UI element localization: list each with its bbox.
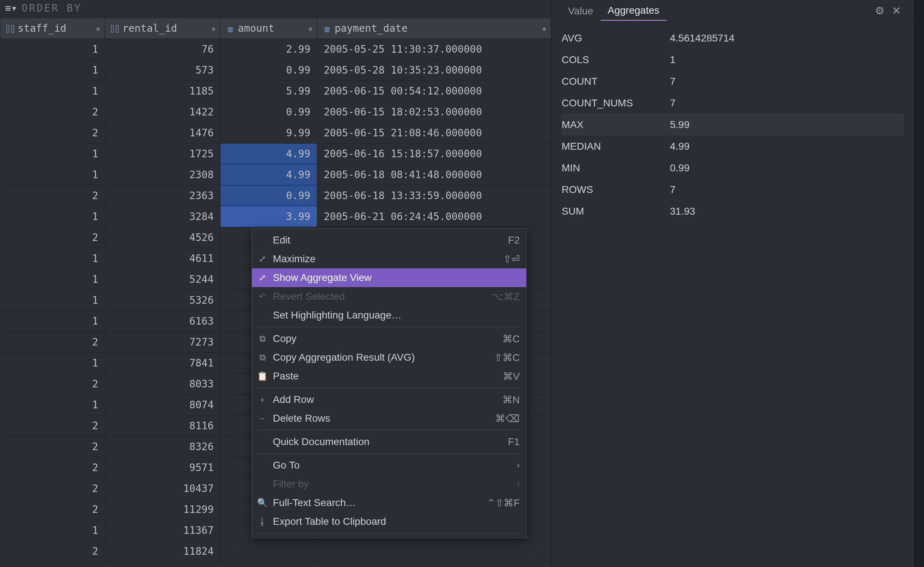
table-row[interactable]: 214769.992005-06-15 21:08:46.000000 — [0, 123, 551, 144]
aggregate-row-max[interactable]: MAX5.99 — [562, 114, 904, 136]
cell-amount[interactable]: 0.99 — [221, 102, 317, 123]
cell-amount[interactable]: 5.99 — [221, 81, 317, 102]
cell-rental_id[interactable]: 1185 — [105, 81, 221, 102]
cell-rental_id[interactable]: 1422 — [105, 102, 221, 123]
menu-maximize[interactable]: ⤢ Maximize ⇧⏎ — [252, 250, 526, 268]
table-row[interactable]: 214220.992005-06-15 18:02:53.000000 — [0, 102, 551, 123]
sort-indicator-icon[interactable]: ◆ — [308, 24, 313, 33]
aggregate-row-count_nums[interactable]: COUNT_NUMS7 — [562, 92, 904, 114]
cell-amount[interactable] — [221, 541, 317, 562]
menu-go-to[interactable]: Go To › — [252, 456, 526, 475]
cell-staff_id[interactable]: 2 — [0, 332, 105, 353]
cell-rental_id[interactable]: 2363 — [105, 185, 221, 206]
menu-full-text-search[interactable]: 🔍 Full-Text Search… ⌃⇧⌘F — [252, 494, 526, 512]
cell-rental_id[interactable]: 5326 — [105, 290, 221, 311]
cell-staff_id[interactable]: 2 — [0, 541, 105, 562]
cell-amount[interactable]: 0.99 — [221, 60, 317, 81]
cell-staff_id[interactable]: 2 — [0, 227, 105, 248]
cell-rental_id[interactable]: 11824 — [105, 541, 221, 562]
table-row[interactable]: 117254.992005-06-16 15:18:57.000000 — [0, 144, 551, 165]
aggregate-row-min[interactable]: MIN0.99 — [562, 157, 904, 179]
cell-staff_id[interactable]: 1 — [0, 144, 105, 165]
menu-paste[interactable]: 📋 Paste ⌘V — [252, 367, 526, 386]
table-row[interactable]: 15730.992005-05-28 10:35:23.000000 — [0, 60, 551, 81]
cell-payment_date[interactable]: 2005-06-15 00:54:12.000000 — [317, 81, 551, 102]
menu-delete-rows[interactable]: － Delete Rows ⌘⌫ — [252, 409, 526, 428]
cell-amount[interactable]: 4.99 — [221, 144, 317, 165]
sort-indicator-icon[interactable]: ◆ — [542, 24, 547, 33]
menu-export-table[interactable]: ⭳ Export Table to Clipboard — [252, 512, 526, 531]
cell-payment_date[interactable]: 2005-06-21 06:24:45.000000 — [317, 206, 551, 227]
cell-rental_id[interactable]: 4611 — [105, 248, 221, 269]
cell-rental_id[interactable]: 76 — [105, 39, 221, 60]
cell-staff_id[interactable]: 1 — [0, 60, 105, 81]
cell-staff_id[interactable]: 1 — [0, 248, 105, 269]
cell-staff_id[interactable]: 2 — [0, 123, 105, 144]
cell-staff_id[interactable]: 2 — [0, 374, 105, 394]
cell-amount[interactable]: 4.99 — [221, 165, 317, 185]
cell-staff_id[interactable]: 2 — [0, 185, 105, 206]
cell-payment_date[interactable]: 2005-05-25 11:30:37.000000 — [317, 39, 551, 60]
cell-staff_id[interactable]: 1 — [0, 165, 105, 185]
table-row[interactable]: 223630.992005-06-18 13:33:59.000000 — [0, 185, 551, 206]
column-header-rental_id[interactable]: ⌷⌷rental_id◆ — [105, 18, 221, 39]
table-row[interactable]: 132843.992005-06-21 06:24:45.000000 — [0, 206, 551, 227]
cell-staff_id[interactable]: 2 — [0, 499, 105, 520]
gear-icon[interactable]: ⚙ — [871, 4, 888, 17]
cell-rental_id[interactable]: 573 — [105, 60, 221, 81]
cell-rental_id[interactable]: 6163 — [105, 311, 221, 332]
cell-amount[interactable]: 2.99 — [221, 39, 317, 60]
cell-staff_id[interactable]: 2 — [0, 102, 105, 123]
cell-amount[interactable]: 9.99 — [221, 123, 317, 144]
aggregate-row-avg[interactable]: AVG4.5614285714 — [562, 27, 904, 49]
tab-value[interactable]: Value — [561, 1, 601, 21]
cell-payment_date[interactable] — [317, 541, 551, 562]
table-row[interactable]: 111855.992005-06-15 00:54:12.000000 — [0, 81, 551, 102]
table-row[interactable]: 211824 — [0, 541, 551, 562]
aggregate-row-count[interactable]: COUNT7 — [562, 71, 904, 92]
cell-rental_id[interactable]: 1476 — [105, 123, 221, 144]
menu-copy-aggregation[interactable]: ⧉ Copy Aggregation Result (AVG) ⇧⌘C — [252, 348, 526, 367]
menu-quick-documentation[interactable]: Quick Documentation F1 — [252, 432, 526, 451]
tab-aggregates[interactable]: Aggregates — [601, 0, 667, 21]
cell-rental_id[interactable]: 7841 — [105, 353, 221, 374]
cell-rental_id[interactable]: 9571 — [105, 458, 221, 478]
cell-rental_id[interactable]: 5244 — [105, 269, 221, 290]
cell-staff_id[interactable]: 1 — [0, 394, 105, 416]
cell-rental_id[interactable]: 3284 — [105, 206, 221, 227]
menu-show-aggregate-view[interactable]: ⤢ Show Aggregate View — [252, 268, 526, 287]
sort-indicator-icon[interactable]: ◆ — [212, 24, 216, 33]
cell-staff_id[interactable]: 1 — [0, 269, 105, 290]
sort-indicator-icon[interactable]: ◆ — [96, 24, 100, 33]
column-header-staff_id[interactable]: ⌷⌷staff_id◆ — [0, 18, 105, 39]
cell-rental_id[interactable]: 8326 — [105, 436, 221, 458]
cell-staff_id[interactable]: 1 — [0, 81, 105, 102]
cell-staff_id[interactable]: 2 — [0, 478, 105, 499]
column-header-amount[interactable]: ▥amount◆ — [221, 18, 317, 39]
column-header-payment_date[interactable]: ▥payment_date◆ — [317, 18, 551, 39]
cell-rental_id[interactable]: 8116 — [105, 416, 221, 436]
cell-staff_id[interactable]: 2 — [0, 416, 105, 436]
cell-staff_id[interactable]: 1 — [0, 353, 105, 374]
cell-rental_id[interactable]: 4526 — [105, 227, 221, 248]
cell-rental_id[interactable]: 11367 — [105, 520, 221, 541]
cell-staff_id[interactable]: 1 — [0, 206, 105, 227]
cell-rental_id[interactable]: 1725 — [105, 144, 221, 165]
cell-staff_id[interactable]: 1 — [0, 290, 105, 311]
cell-staff_id[interactable]: 1 — [0, 39, 105, 60]
cell-rental_id[interactable]: 8033 — [105, 374, 221, 394]
menu-add-row[interactable]: ＋ Add Row ⌘N — [252, 390, 526, 409]
cell-rental_id[interactable]: 10437 — [105, 478, 221, 499]
cell-rental_id[interactable]: 7273 — [105, 332, 221, 353]
cell-staff_id[interactable]: 2 — [0, 436, 105, 458]
cell-payment_date[interactable]: 2005-06-15 21:08:46.000000 — [317, 123, 551, 144]
cell-rental_id[interactable]: 11299 — [105, 499, 221, 520]
aggregate-row-median[interactable]: MEDIAN4.99 — [562, 136, 904, 157]
cell-staff_id[interactable]: 1 — [0, 520, 105, 541]
cell-payment_date[interactable]: 2005-06-15 18:02:53.000000 — [317, 102, 551, 123]
cell-payment_date[interactable]: 2005-05-28 10:35:23.000000 — [317, 60, 551, 81]
cell-staff_id[interactable]: 2 — [0, 458, 105, 478]
table-row[interactable]: 1762.992005-05-25 11:30:37.000000 — [0, 39, 551, 60]
aggregate-row-rows[interactable]: ROWS7 — [562, 179, 904, 201]
menu-edit[interactable]: Edit F2 — [252, 231, 526, 250]
